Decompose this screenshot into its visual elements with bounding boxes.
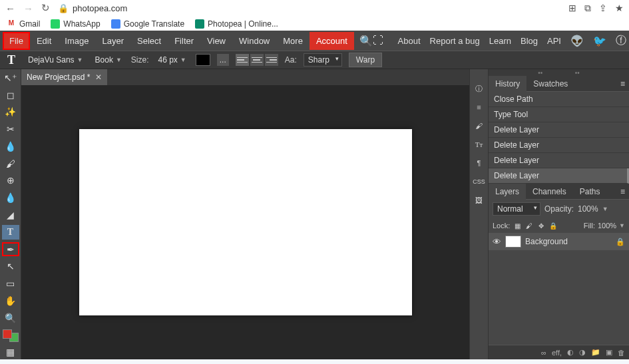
menu-image[interactable]: Image — [58, 32, 95, 50]
quickmask-tool[interactable]: ▦ — [2, 345, 19, 359]
tab-layers[interactable]: Layers — [489, 184, 526, 200]
back-icon[interactable]: ← — [5, 3, 15, 14]
blend-mode-select[interactable]: Normal — [493, 202, 540, 216]
more-options-button[interactable]: ... — [217, 54, 229, 66]
opacity-value[interactable]: 100% — [578, 204, 598, 214]
caret-icon[interactable]: ▼ — [602, 206, 608, 212]
hand-tool[interactable]: ✋ — [2, 293, 19, 308]
fill-value[interactable]: 100% — [598, 222, 616, 230]
text-color-swatch[interactable] — [196, 54, 210, 66]
menu-view[interactable]: View — [200, 32, 232, 50]
address-bar[interactable]: 🔒 photopea.com — [58, 3, 127, 13]
fullscreen-icon[interactable]: ⛶ — [373, 35, 383, 47]
link-about[interactable]: About — [398, 36, 421, 46]
font-family-select[interactable]: DejaVu Sans▼ — [25, 54, 86, 66]
bookmark-star-icon[interactable]: ★ — [615, 3, 624, 13]
pen-tool[interactable]: ✒ — [2, 242, 19, 257]
eraser-tool[interactable]: ◢ — [2, 208, 19, 222]
delete-layer-icon[interactable]: 🗑 — [618, 349, 625, 357]
facebook-icon[interactable]: ⓕ — [616, 34, 626, 48]
lock-pixels-icon[interactable]: 🖌 — [524, 221, 534, 230]
path-select-tool[interactable]: ↖ — [2, 259, 19, 273]
menu-select[interactable]: Select — [130, 32, 168, 50]
share-icon[interactable]: ⇪ — [599, 3, 607, 13]
warp-button[interactable]: Warp — [349, 53, 382, 67]
panel-menu-icon[interactable]: ≡ — [616, 187, 629, 196]
font-size-input[interactable]: 46 px▼ — [156, 54, 189, 66]
clone-tool[interactable]: ⊕ — [2, 174, 19, 188]
menu-edit[interactable]: Edit — [30, 32, 58, 50]
foreground-color[interactable] — [3, 329, 12, 339]
twitter-icon[interactable]: 🐦 — [593, 35, 606, 47]
link-api[interactable]: API — [547, 36, 561, 46]
type-tool[interactable]: T — [2, 225, 19, 240]
info-panel-icon[interactable]: ⓘ — [472, 81, 487, 96]
search-icon[interactable]: 🔍 — [359, 35, 373, 47]
rectangle-tool[interactable]: ▭ — [2, 276, 19, 291]
tab-paths[interactable]: Paths — [573, 184, 607, 200]
character-panel-icon[interactable]: Tт — [472, 137, 487, 152]
gallery-panel-icon[interactable]: 🖼 — [472, 193, 487, 208]
history-item[interactable]: Delete Layer — [489, 153, 629, 168]
menu-layer[interactable]: Layer — [96, 32, 131, 50]
install-icon[interactable]: ⊞ — [568, 3, 576, 13]
extension-icon[interactable]: ⧉ — [584, 3, 591, 14]
menu-filter[interactable]: Filter — [168, 32, 200, 50]
css-panel-icon[interactable]: CSS — [472, 174, 487, 189]
layer-mask-icon[interactable]: ◐ — [567, 348, 574, 357]
reddit-icon[interactable]: 👽 — [570, 35, 584, 47]
link-layers-icon[interactable]: ∞ — [541, 349, 546, 357]
adjustment-layer-icon[interactable]: ◑ — [579, 348, 586, 357]
canvas[interactable] — [79, 129, 412, 315]
brush-tool[interactable]: 🖌 — [2, 156, 19, 171]
reload-icon[interactable]: ↻ — [41, 2, 50, 14]
tab-swatches[interactable]: Swatches — [526, 76, 574, 92]
layer-name[interactable]: Background — [525, 237, 568, 246]
canvas-viewport[interactable] — [21, 85, 469, 359]
antialias-select[interactable]: Sharp — [304, 53, 342, 67]
tab-history[interactable]: History — [489, 76, 526, 92]
align-left-button[interactable] — [236, 54, 249, 66]
menu-account[interactable]: Account — [310, 32, 354, 50]
color-picker[interactable] — [3, 329, 19, 343]
close-tab-icon[interactable]: ✕ — [95, 73, 102, 82]
link-learn[interactable]: Learn — [489, 36, 511, 46]
link-blog[interactable]: Blog — [521, 36, 538, 46]
blur-tool[interactable]: 💧 — [2, 190, 19, 205]
lock-transparency-icon[interactable]: ▦ — [513, 221, 522, 230]
bookmark-gmail[interactable]: M Gmail — [7, 19, 40, 29]
panel-menu-icon[interactable]: ≡ — [616, 79, 629, 89]
layer-locked-icon[interactable]: 🔒 — [616, 238, 625, 246]
font-weight-select[interactable]: Book▼ — [93, 54, 124, 66]
history-item[interactable]: Type Tool — [489, 107, 629, 122]
layer-thumbnail[interactable] — [505, 236, 521, 248]
eyedropper-tool[interactable]: 💧 — [2, 139, 19, 154]
history-item[interactable]: Delete Layer — [489, 138, 629, 153]
tab-channels[interactable]: Channels — [526, 184, 573, 200]
history-item[interactable]: Delete Layer — [489, 122, 629, 138]
layer-effects-icon[interactable]: eff, — [552, 349, 562, 357]
history-item[interactable]: Delete Layer — [489, 168, 629, 184]
document-tab[interactable]: New Project.psd * ✕ — [21, 69, 107, 85]
brush-panel-icon[interactable]: 🖌 — [472, 118, 487, 133]
bookmark-google-translate[interactable]: Google Translate — [111, 19, 184, 29]
menu-window[interactable]: Window — [232, 32, 276, 50]
histogram-panel-icon[interactable]: ≡ — [472, 100, 487, 114]
menu-more[interactable]: More — [276, 32, 310, 50]
align-right-button[interactable] — [265, 54, 278, 66]
panel-drag-handle[interactable]: •••• — [489, 69, 629, 76]
bookmark-photopea[interactable]: Photopea | Online... — [195, 19, 278, 29]
marquee-tool[interactable]: ◻ — [2, 88, 19, 102]
crop-tool[interactable]: ✂ — [2, 122, 19, 136]
bookmark-whatsapp[interactable]: WhatsApp — [51, 19, 100, 29]
caret-icon[interactable]: ▼ — [619, 222, 625, 229]
new-folder-icon[interactable]: 📁 — [591, 348, 600, 357]
menu-file[interactable]: File — [3, 32, 30, 50]
lock-all-icon[interactable]: 🔒 — [548, 221, 558, 230]
new-layer-icon[interactable]: ▣ — [606, 348, 612, 357]
zoom-tool[interactable]: 🔍 — [2, 311, 19, 325]
wand-tool[interactable]: ✨ — [2, 105, 19, 120]
history-item[interactable]: Close Path — [489, 92, 629, 107]
paragraph-panel-icon[interactable]: ¶ — [472, 156, 487, 170]
forward-icon[interactable]: → — [23, 3, 33, 14]
